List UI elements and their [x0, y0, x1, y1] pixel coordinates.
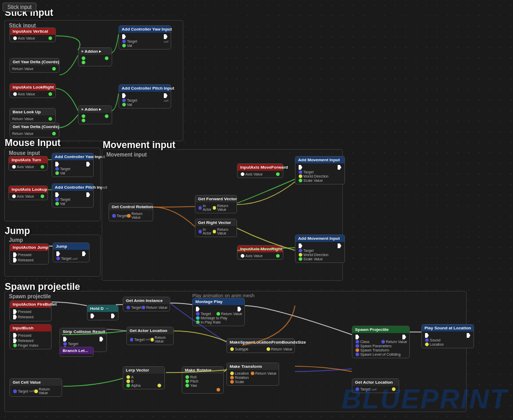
node-multiply-bottom[interactable]: × Addon ▸: [78, 105, 112, 124]
node-header: Add Movement Input: [295, 157, 344, 163]
node-header: Branch Let...: [60, 347, 93, 354]
section-label-spawn: Spawn projectile: [5, 281, 80, 292]
section-label-mouse: Mouse Input: [5, 138, 61, 149]
movement-input-title: Movement input: [106, 152, 147, 158]
node-header: InputAxis Lookup: [9, 186, 47, 193]
mouse-input-title: Mouse input: [9, 150, 40, 156]
node-header: InputAxis MoveForward: [238, 164, 283, 171]
node-make-transform[interactable]: Make Transform LocationReturn Value Rota…: [226, 363, 279, 386]
spawn-projectile-title: Spawn projectile: [9, 294, 51, 299]
node-branch[interactable]: Branch Let...: [60, 347, 94, 357]
node-move-right[interactable]: InputAxis MoveRight Axis Value: [237, 245, 283, 260]
node-get-control-rotation[interactable]: Get Control Rotation TargetReturn Value: [108, 203, 153, 221]
node-header: Make Rotator: [182, 367, 223, 374]
node-add-pitch-mouse[interactable]: Add Controller Pitch Input Target Val: [52, 183, 94, 208]
node-lerp-vector[interactable]: Lerp Vector A B Alpha: [123, 366, 165, 389]
node-header: MakeSpawnLocationFromBoundsSize: [227, 339, 294, 346]
node-header: Add Controller Yaw Input: [119, 26, 171, 33]
node-header: Spawn Projectile: [352, 326, 409, 333]
node-get-right-vector[interactable]: Get Right Vector In ActorReturn Value: [195, 219, 237, 237]
jump-title: Jump: [9, 237, 23, 243]
node-inputaxis-lookright[interactable]: InputAxis LookRight Axis Value: [9, 83, 56, 98]
node-header: Get Right Vector: [195, 219, 236, 226]
node-header: InputAction Jump: [10, 244, 48, 251]
node-header: Add Movement Input: [295, 235, 344, 242]
node-header: InputAxis Turn: [9, 157, 47, 163]
node-header: Get Control Rotation: [109, 203, 153, 210]
node-inputaxis-vertical[interactable]: InputAxis Vertical Axis Value: [9, 27, 56, 42]
node-move-forward[interactable]: InputAxis MoveForward Axis Value: [237, 163, 283, 178]
node-get-cell-value[interactable]: Get Cell Value TargetselfReturn Value: [9, 378, 62, 397]
node-header: Get Yaw Delta (Coords): [10, 123, 59, 130]
node-add-controller-pitch[interactable]: Add Controller Pitch Input Targetself Va…: [119, 84, 171, 109]
node-add-movement-bottom[interactable]: Add Movement Input Target World Directio…: [295, 235, 345, 263]
node-make-rotator[interactable]: Make Rotator Roll Pitch Yaw: [182, 366, 224, 394]
node-header: Add Controller Pitch Input: [119, 85, 171, 92]
node-inputaction-fire[interactable]: InputAction FireBullet Pressed Released: [9, 300, 52, 321]
node-header: Get Actor Location: [127, 327, 173, 334]
node-get-forward-vector[interactable]: Get Forward Vector In ActorReturn Value: [195, 195, 237, 213]
node-header: InputAxis MoveRight: [238, 246, 283, 252]
node-get-yaw-delta[interactable]: Get Yaw Delta (Coords) Return Value: [9, 58, 60, 73]
node-header: Get Yaw Delta (Coords): [10, 58, 59, 65]
anim-mesh-label: Play animation on anim mesh: [192, 293, 254, 298]
node-add-controller-yaw[interactable]: Add Controller Yaw Input Targetself Val: [119, 25, 171, 50]
section-label-jump: Jump: [5, 226, 30, 237]
node-input-bush[interactable]: InputBush Pressed Released Finger Index: [9, 324, 52, 349]
node-header: Jump: [53, 243, 89, 250]
node-header: InputAxis Vertical: [10, 28, 55, 35]
node-header: Hold D →: [87, 305, 118, 312]
tab-stick-input[interactable]: Stick input: [3, 3, 36, 12]
node-inputaction-jump[interactable]: InputAction Jump Pressed Released: [9, 243, 49, 265]
node-header: InputAction FireBullet: [10, 301, 51, 308]
node-get-yaw-delta-2[interactable]: Get Yaw Delta (Coords) Return Value: [9, 123, 60, 138]
node-montage-play[interactable]: Montage Play TargetReturn Value Montage …: [192, 298, 245, 326]
node-hold-d[interactable]: Hold D →: [87, 305, 119, 320]
node-add-yaw-mouse[interactable]: Add Controller Yaw Input Target Val: [52, 153, 94, 177]
node-header: Strip Collision Result: [60, 328, 106, 335]
blueprint-watermark: BLUEPRINT: [341, 383, 508, 415]
node-play-sound[interactable]: Play Sound at Location Sound Location: [421, 324, 474, 348]
node-multiply-top[interactable]: × Addon ▸: [78, 47, 112, 66]
node-jump[interactable]: Jump Targetself: [53, 242, 90, 262]
node-header: Make Transform: [227, 363, 279, 370]
node-get-anim-instance[interactable]: Get Anim Instance TargetReturn Value: [123, 297, 170, 311]
node-base-lookup[interactable]: Base Look Up Return Value: [9, 108, 56, 123]
node-header: Lerp Vector: [123, 367, 164, 374]
node-inputaxis-lookup[interactable]: InputAxis Lookup Axis Value: [8, 185, 48, 200]
node-header: Base Look Up: [10, 109, 55, 115]
node-header: InputAxis LookRight: [10, 84, 55, 91]
node-get-actor-location[interactable]: Get Actor Location TargetselfReturn Valu…: [126, 327, 174, 345]
node-header: Add Controller Pitch Input: [52, 184, 93, 191]
section-label-movement: Movement input: [103, 140, 175, 151]
node-header: Get Cell Value: [10, 379, 62, 386]
node-header: × Addon ▸: [78, 48, 112, 55]
node-inputaxis-turn[interactable]: InputAxis Turn Axis Value: [8, 156, 48, 171]
node-make-actor-location[interactable]: MakeSpawnLocationFromBoundsSize SubtypeR…: [226, 338, 295, 353]
node-header: × Addon ▸: [78, 106, 112, 113]
node-spawn-projectile-call[interactable]: Spawn Projectile ClassReturn Value Spawn…: [352, 326, 410, 358]
node-header: Add Controller Yaw Input: [52, 153, 93, 160]
node-header: Get Forward Vector: [195, 196, 236, 202]
node-add-movement-top[interactable]: Add Movement Input Target World Directio…: [295, 156, 345, 184]
node-header: InputBush: [10, 325, 51, 331]
node-header: Get Anim Instance: [123, 297, 170, 304]
node-header: Montage Play: [193, 298, 244, 305]
node-header: Play Sound at Location: [422, 325, 473, 331]
